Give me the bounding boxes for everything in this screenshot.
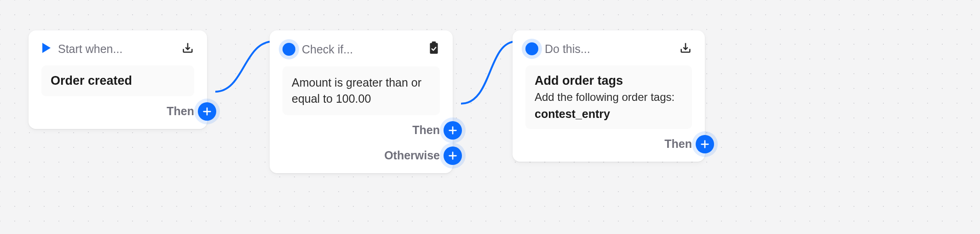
card-header-label: Check if...	[302, 43, 353, 56]
node-dot-icon	[282, 43, 295, 56]
add-step-button[interactable]	[696, 135, 714, 153]
condition-text: Amount is greater than or equal to 100.0…	[292, 75, 431, 107]
add-step-button[interactable]	[198, 102, 216, 121]
workflow-node-trigger[interactable]: Start when... Order created Then	[29, 30, 207, 129]
node-dot-icon	[525, 42, 538, 55]
svg-rect-1	[432, 41, 436, 44]
output-port-otherwise: Otherwise	[282, 149, 440, 162]
import-icon[interactable]	[181, 41, 194, 56]
svg-rect-0	[430, 43, 438, 54]
output-port-then: Then	[41, 105, 194, 118]
add-step-button[interactable]	[444, 121, 462, 140]
action-title: Add order tags	[535, 74, 683, 88]
workflow-node-condition[interactable]: Check if... Amount is greater than or eq…	[270, 30, 453, 173]
clipboard-check-icon[interactable]	[428, 41, 440, 57]
card-header: Do this...	[525, 41, 692, 56]
play-icon	[41, 42, 52, 56]
card-header-label: Do this...	[545, 42, 590, 56]
port-label: Then	[167, 105, 194, 118]
card-content: Add order tags Add the following order t…	[525, 65, 692, 129]
card-header-label: Start when...	[58, 42, 122, 56]
port-label: Otherwise	[384, 149, 440, 162]
card-header: Start when...	[41, 41, 194, 56]
action-subtitle: Add the following order tags:	[535, 91, 683, 104]
workflow-node-action[interactable]: Do this... Add order tags Add the follow…	[513, 30, 705, 162]
port-label: Then	[664, 137, 692, 151]
card-content: Amount is greater than or equal to 100.0…	[282, 66, 440, 115]
output-port-then: Then	[525, 137, 692, 151]
card-header: Check if...	[282, 41, 440, 57]
card-content: Order created	[41, 65, 194, 96]
add-step-button[interactable]	[444, 146, 462, 165]
action-tag: contest_entry	[535, 107, 683, 121]
trigger-title: Order created	[51, 74, 185, 88]
import-icon[interactable]	[679, 41, 692, 56]
port-label: Then	[412, 123, 440, 137]
output-port-then: Then	[282, 123, 440, 137]
